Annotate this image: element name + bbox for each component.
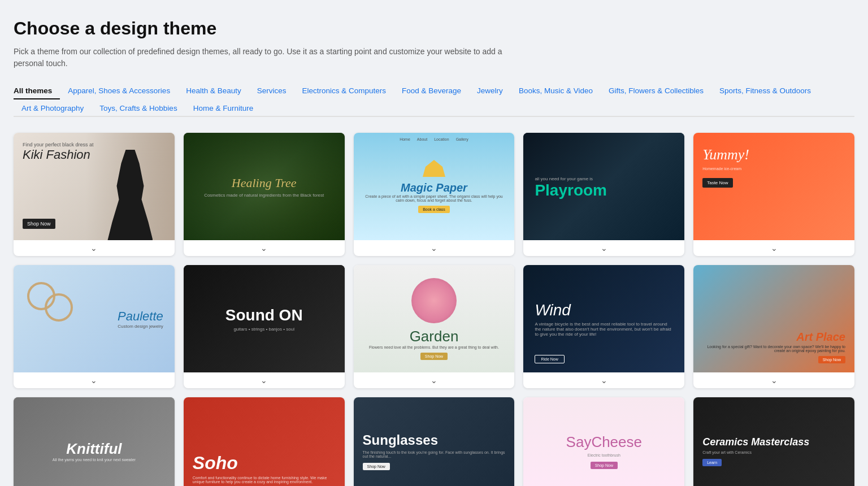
wind-title: Wind (535, 301, 673, 319)
theme-card-kiki[interactable]: Find your perfect black dress at Kiki Fa… (14, 133, 175, 256)
artplace-subtitle: Looking for a special gift? Want to deco… (702, 345, 845, 353)
kiki-silhouette (107, 150, 153, 240)
garden-title: Garden (410, 328, 459, 345)
paulette-chevron[interactable]: ⌄ (14, 372, 175, 388)
theme-card-sound[interactable]: Sound ON guitars • strings • banjos • so… (184, 265, 345, 388)
knit-title: Knittiful (66, 440, 121, 458)
theme-card-saycheese[interactable]: SayCheese Electric toothbrush Shop Now (523, 397, 684, 486)
theme-card-soho[interactable]: Soho Comfort and functionality continue … (184, 397, 345, 486)
wind-button[interactable]: Ride Now (535, 355, 564, 363)
sound-subtitle: guitars • strings • banjos • soul (233, 327, 294, 332)
sunglasses-title: Sunglasses (363, 432, 438, 448)
soho-title: Soho (193, 453, 238, 474)
kiki-chevron[interactable]: ⌄ (14, 240, 175, 256)
tab-home[interactable]: Home & Furniture (185, 101, 262, 116)
tab-apparel[interactable]: Apparel, Shoes & Accessories (60, 83, 178, 98)
garden-button[interactable]: Shop Now (420, 353, 448, 360)
healing-chevron[interactable]: ⌄ (184, 240, 345, 256)
tab-toys[interactable]: Toys, Crafts & Hobbies (92, 101, 185, 116)
tab-gifts[interactable]: Gifts, Flowers & Collectibles (601, 83, 711, 98)
healing-title: Healing Tree (232, 176, 297, 190)
magic-button[interactable]: Book a class (418, 206, 450, 213)
theme-card-artplace[interactable]: Art Place Looking for a special gift? Wa… (693, 265, 854, 388)
garden-chevron[interactable]: ⌄ (354, 372, 515, 388)
theme-card-magic[interactable]: Home About Location Gallery Magic Paper … (354, 133, 515, 256)
theme-card-garden[interactable]: Garden Flowers need love all the problem… (354, 265, 515, 388)
theme-card-yummy[interactable]: Yummy! Homemade ice-cream Taste Now ⌄ (693, 133, 854, 256)
kiki-figure (86, 133, 175, 240)
saycheese-button[interactable]: Shop Now (591, 462, 618, 469)
magic-boat-icon (420, 160, 448, 177)
theme-card-wind[interactable]: Wind A vintage bicycle is the best and m… (523, 265, 684, 388)
knit-subtitle: All the yarns you need to knit your next… (44, 458, 145, 462)
magic-title: Magic Paper (401, 181, 467, 194)
playroom-chevron[interactable]: ⌄ (523, 240, 684, 256)
tab-art[interactable]: Art & Photography (14, 101, 92, 116)
theme-card-paulette[interactable]: Paulette Custom design jewelry ⌄ (14, 265, 175, 388)
garden-subtitle: Flowers need love all the problems. But … (360, 345, 508, 349)
wind-sub: A vintage bicycle is the best and most r… (535, 322, 673, 337)
earring-2 (45, 293, 73, 322)
sound-chevron[interactable]: ⌄ (184, 372, 345, 388)
saycheese-subtitle: Electric toothbrush (588, 453, 620, 457)
tab-services[interactable]: Services (249, 83, 294, 98)
magic-subtitle: Create a piece of art with a simple pape… (354, 194, 515, 202)
yummy-subtitle: Homemade ice-cream (702, 167, 741, 171)
yummy-chevron[interactable]: ⌄ (693, 240, 854, 256)
playroom-subtitle: all you need for your game is (535, 176, 607, 181)
artplace-chevron[interactable]: ⌄ (693, 372, 854, 388)
theme-card-ceramics[interactable]: Ceramics Masterclass Craft your art with… (693, 397, 854, 486)
page-subtitle: Pick a theme from our collection of pred… (14, 46, 522, 70)
artplace-title: Art Place (796, 331, 845, 344)
artplace-button[interactable]: Shop Now (818, 356, 845, 363)
magic-nav: Home About Location Gallery (354, 137, 515, 141)
tab-food[interactable]: Food & Beverage (394, 83, 469, 98)
theme-card-healing[interactable]: Healing Tree Cosmetics made of natural i… (184, 133, 345, 256)
kiki-brand: Kiki Fashion (23, 147, 94, 162)
ceramics-title: Ceramics Masterclass (702, 436, 809, 448)
sunglasses-button[interactable]: Shop Now (363, 463, 390, 470)
yummy-button[interactable]: Taste Now (702, 178, 732, 188)
saycheese-title: SayCheese (566, 433, 642, 451)
wind-chevron[interactable]: ⌄ (523, 372, 684, 388)
paulette-title: Paulette (118, 309, 163, 324)
paulette-subtitle: Custom design jewelry (118, 324, 163, 329)
theme-grid: Find your perfect black dress at Kiki Fa… (14, 133, 854, 486)
sunglasses-subtitle: The finishing touch to the look you're g… (363, 450, 506, 458)
soho-subtitle: Comfort and functionality continue to di… (193, 476, 336, 484)
sound-title: Sound ON (225, 306, 303, 324)
theme-card-knittiful[interactable]: Knittiful All the yarns you need to knit… (14, 397, 175, 486)
yummy-title: Yummy! (702, 146, 749, 163)
category-nav: All themes Apparel, Shoes & Accessories … (14, 83, 854, 117)
garden-flower-icon (411, 278, 457, 323)
ceramics-subtitle: Craft your art with Ceramics (702, 450, 752, 454)
tab-health-beauty[interactable]: Health & Beauty (178, 83, 249, 98)
kiki-button[interactable]: Shop Now (23, 219, 55, 229)
ceramics-button[interactable]: Learn (702, 459, 722, 466)
theme-card-playroom[interactable]: all you need for your game is Playroom ⌄ (523, 133, 684, 256)
page-wrapper: Choose a design theme Pick a theme from … (0, 0, 868, 486)
tab-books[interactable]: Books, Music & Video (511, 83, 601, 98)
magic-chevron[interactable]: ⌄ (354, 240, 515, 256)
tab-all-themes[interactable]: All themes (14, 83, 60, 99)
tab-sports[interactable]: Sports, Fitness & Outdoors (711, 83, 819, 98)
kiki-tagline: Find your perfect black dress at (23, 142, 94, 147)
healing-subtitle: Cosmetics made of natural ingredients fr… (204, 193, 324, 198)
theme-card-sunglasses[interactable]: Sunglasses The finishing touch to the lo… (354, 397, 515, 486)
playroom-title: Playroom (535, 181, 607, 199)
tab-jewelry[interactable]: Jewelry (469, 83, 511, 98)
page-title: Choose a design theme (14, 18, 854, 39)
tab-electronics[interactable]: Electronics & Computers (294, 83, 394, 98)
